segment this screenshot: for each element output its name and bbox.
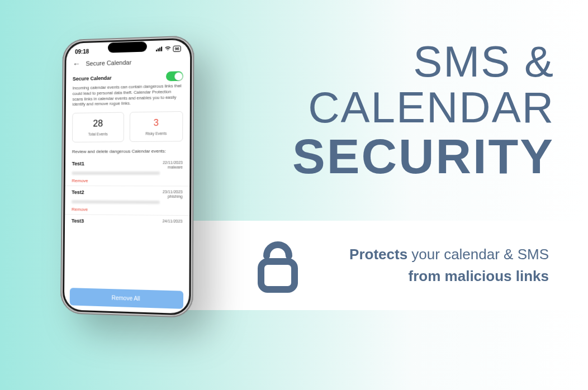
- status-time: 09:18: [75, 49, 89, 55]
- event-name: Test2: [72, 189, 84, 195]
- event-type: malware: [163, 165, 183, 170]
- event-item: Test2 23/11/2023 phishing Remove: [65, 186, 189, 216]
- svg-rect-4: [161, 47, 162, 51]
- feature-banner: Protects your calendar & SMS from malici…: [186, 221, 588, 310]
- back-arrow-icon[interactable]: ←: [73, 59, 80, 68]
- banner-bold1: Protects: [349, 246, 407, 263]
- battery-icon: 96: [173, 45, 181, 52]
- event-meta: 22/11/2023 malware: [163, 160, 183, 170]
- svg-rect-2: [158, 49, 159, 51]
- event-item: Test3 24/11/2023: [65, 215, 189, 225]
- banner-rest1: your calendar & SMS: [407, 246, 549, 263]
- event-url-redacted: [72, 172, 160, 175]
- event-remove-link[interactable]: Remove: [72, 178, 182, 183]
- signal-icon: [156, 46, 163, 53]
- event-date: 24/11/2023: [163, 218, 183, 223]
- wifi-icon: [164, 46, 171, 53]
- svg-rect-0: [261, 261, 295, 289]
- event-meta: 23/11/2023 phishing: [163, 189, 183, 199]
- remove-all-button[interactable]: Remove All: [70, 288, 183, 309]
- risky-events-card: 3 Risky Events: [130, 111, 183, 142]
- phone-mockup: 09:18 96 ← Secure Calendar Secure Calend…: [60, 35, 195, 318]
- phone-frame: 09:18 96 ← Secure Calendar Secure Calend…: [60, 35, 195, 318]
- event-date: 23/11/2023: [163, 189, 183, 194]
- event-date: 22/11/2023: [163, 160, 183, 165]
- total-events-card: 28 Total Events: [72, 112, 124, 142]
- dynamic-island: [108, 41, 147, 53]
- event-name: Test3: [72, 218, 84, 223]
- section-label: Secure Calendar: [73, 75, 112, 82]
- event-url-redacted: [72, 200, 160, 204]
- description-text: Incoming calendar events can contain dan…: [66, 82, 190, 111]
- event-meta: 24/11/2023: [163, 218, 183, 223]
- banner-text: Protects your calendar & SMS from malici…: [325, 244, 549, 287]
- app-title: Secure Calendar: [86, 59, 131, 66]
- stats-row: 28 Total Events 3 Risky Events: [65, 109, 190, 147]
- risky-events-value: 3: [132, 117, 180, 128]
- headline-line3: SECURITY: [292, 131, 554, 182]
- event-list[interactable]: Test1 22/11/2023 malware Remove Test2 23…: [64, 157, 189, 288]
- total-events-label: Total Events: [75, 132, 121, 136]
- lock-icon: [253, 234, 303, 297]
- headline-line1: SMS &: [292, 39, 554, 85]
- svg-rect-1: [156, 50, 157, 51]
- phone-screen: 09:18 96 ← Secure Calendar Secure Calend…: [64, 40, 190, 314]
- status-right: 96: [156, 45, 181, 53]
- event-type: phishing: [163, 194, 183, 199]
- banner-bold2: from malicious links: [409, 268, 549, 284]
- event-name: Test1: [72, 161, 84, 167]
- headline: SMS & CALENDAR SECURITY: [292, 39, 554, 182]
- headline-line2: CALENDAR: [292, 85, 554, 131]
- review-instruction: Review and delete dangerous Calendar eve…: [65, 146, 189, 158]
- svg-rect-3: [159, 47, 160, 51]
- secure-calendar-toggle[interactable]: [166, 71, 183, 81]
- event-item: Test1 22/11/2023 malware Remove: [65, 157, 190, 186]
- total-events-value: 28: [75, 118, 121, 129]
- event-remove-link[interactable]: Remove: [72, 207, 183, 213]
- risky-events-label: Risky Events: [132, 131, 180, 136]
